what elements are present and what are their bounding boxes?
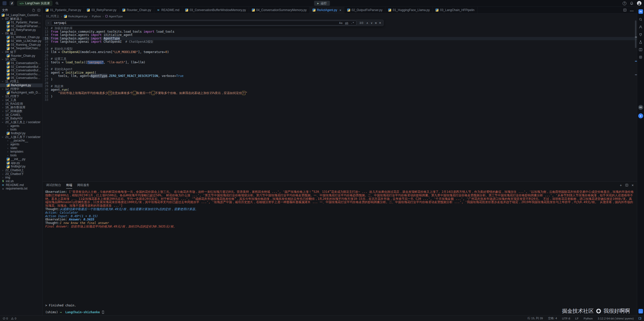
problems-warnings[interactable]: 0 [11, 317, 16, 320]
extensions-plug-icon[interactable] [639, 32, 643, 36]
tree-item[interactable]: app.py [0, 161, 43, 165]
code-line[interactable]: 13from langchain_community.agent_toolkit… [43, 30, 637, 34]
editor-tab[interactable]: 02_OutputFixParser.py [344, 7, 386, 13]
terminal-output[interactable]: Observation: ['营养有业内人士称，斗南的鲜花价格每涨一元，全国的花… [43, 189, 637, 315]
tree-item[interactable]: 20_人脉工具上 / socializer [0, 120, 43, 124]
tree-item[interactable]: 12_代理中 [0, 87, 43, 91]
status-item[interactable]: 3.12.2 64-bit ('shims':pyenv) [598, 317, 634, 320]
tree-item[interactable]: 02_OutputFixParser.py [0, 24, 43, 28]
status-item[interactable]: Python [584, 317, 593, 320]
code-line[interactable]: 20 [43, 54, 637, 58]
tree-item[interactable]: static [0, 146, 43, 150]
breadcrumb-item[interactable]: 11_代理上 [46, 14, 59, 18]
tree-item[interactable]: 21_人脉工具下 / socializer [0, 135, 43, 139]
tree-item[interactable]: README.md [0, 183, 43, 187]
tree-item[interactable]: 02_With_LLMChain.py [0, 39, 43, 43]
code-line[interactable]: 16from langchain_openai import ChatOpenA… [43, 40, 637, 44]
tree-item[interactable]: 08_链上 [0, 32, 43, 35]
test-flask-icon[interactable] [639, 40, 643, 44]
panel-tab-调试控制台[interactable]: 调试控制台 [46, 182, 61, 189]
help-icon[interactable]: ? [623, 2, 626, 5]
support-chat-icon[interactable]: … [638, 309, 643, 313]
user-avatar[interactable] [637, 1, 641, 6]
global-search-icon[interactable] [55, 2, 59, 5]
split-panel-icon[interactable] [625, 184, 628, 187]
tree-item[interactable]: findbigV.py [0, 165, 43, 168]
whole-word-icon[interactable]: ab [345, 21, 348, 25]
tree-item[interactable]: templates [0, 150, 43, 154]
tree-item[interactable]: requirements.txt [0, 187, 43, 191]
code-line[interactable]: 12# 加载所需的库 [43, 27, 637, 30]
tree-item[interactable]: 13_代理下 [0, 95, 43, 98]
editor-tab[interactable]: 01_HuggingFace_Llama.py [385, 7, 433, 13]
tree-item[interactable]: 10_记忆 [0, 58, 43, 61]
run-button[interactable]: 运行 [314, 1, 330, 6]
tree-item[interactable]: 04_ConversationSummaryMe... [0, 72, 43, 76]
tree-item[interactable]: 03_Running_Chain.py [0, 43, 43, 47]
tree-item[interactable]: ReActAgent_with_Debug.py [0, 91, 43, 95]
code-line[interactable]: 33 [43, 98, 637, 102]
collapse-all-icon[interactable] [37, 9, 41, 12]
editor-tab[interactable]: 03_LangChain_HFPipelin [433, 7, 477, 13]
tree-item[interactable]: agents [0, 143, 43, 146]
code-editor[interactable]: Aa ab .* 3/3 12# 加载所需的库13from langchain_… [43, 19, 637, 181]
close-panel-icon[interactable] [632, 183, 634, 187]
tree-item[interactable]: img [0, 176, 43, 179]
tree-item[interactable]: 16_操作数据库 [0, 106, 43, 109]
app-menu-icon[interactable] [3, 1, 7, 5]
tree-item[interactable]: 19_BabyAGI [0, 117, 43, 120]
code-line[interactable]: 26 tools, llm, agent=AgentType.ZERO_SHOT… [43, 74, 637, 78]
breadcrumb-item[interactable]: ReActAgent.py [64, 15, 88, 18]
account-icon[interactable] [639, 25, 643, 29]
status-item[interactable]: LF [575, 317, 579, 320]
project-badge[interactable]: LangChain 实战课 [17, 1, 52, 6]
editor-tab[interactable]: 01_Pydantic_Parser.py [43, 7, 84, 13]
ai-assistant-icon[interactable]: AI [638, 9, 643, 14]
tree-item[interactable]: tools [0, 128, 43, 131]
more-actions-icon[interactable] [630, 8, 634, 12]
code-line[interactable]: 15from langchain.agents import AgentType [43, 37, 637, 40]
ide-logo-icon[interactable]: // [10, 1, 14, 6]
tree-item[interactable]: ReActAgent.py [0, 83, 43, 87]
find-toggle-icon[interactable] [48, 21, 49, 25]
tree-item[interactable]: 23_Chatbot下 [0, 172, 43, 176]
device-icon[interactable] [639, 55, 643, 59]
close-find-icon[interactable] [379, 21, 381, 25]
tree-item[interactable]: init.sh [0, 179, 43, 183]
status-item[interactable]: UTF-8 [562, 317, 570, 320]
tree-item[interactable]: 11_代理上 [0, 80, 43, 83]
editor-tab[interactable]: README.md [154, 7, 182, 13]
tree-item[interactable]: agents [0, 124, 43, 128]
tree-item[interactable]: 14_工具 [0, 98, 43, 102]
tree-item[interactable]: 01_Without_Chain.py [0, 35, 43, 39]
tree-item[interactable]: 03_RetryParser.py [0, 28, 43, 32]
code-line[interactable]: 32) [43, 95, 637, 99]
tree-item[interactable]: 22_Chatbot上 [0, 168, 43, 172]
status-item[interactable]: 空格: 4 [548, 316, 557, 320]
editor-scrollbar[interactable] [635, 20, 636, 48]
tree-item[interactable]: 01_Pydantic_Parser.py [0, 21, 43, 24]
tree-item[interactable]: 07_解析器上 [0, 17, 43, 21]
problems-errors[interactable]: 0 [3, 317, 8, 320]
tree-item[interactable]: __pycache__ [0, 139, 43, 143]
find-input-box[interactable]: Aa ab .* [51, 21, 356, 25]
regex-icon[interactable]: .* [351, 21, 354, 25]
editor-tab[interactable]: Rounter_Chain.py [119, 7, 154, 13]
code-line[interactable]: 29# 跑起来 [43, 85, 637, 88]
tree-item[interactable]: 05_ConversationSummaryBuff... [0, 76, 43, 80]
tree-item[interactable]: Rounter_Chain.py [0, 54, 43, 58]
code-line[interactable]: 28 [43, 81, 637, 85]
editor-tab[interactable]: 03_ConversationBufferWindowMemory.py [182, 7, 249, 13]
tree-item[interactable]: findbigV.py [0, 131, 43, 135]
code-line[interactable]: 22tools = load_tools(["serpapi", "llm-ma… [43, 61, 637, 64]
tree-item[interactable]: 04_SequentialChain.py [0, 47, 43, 50]
tree-item[interactable]: 04_LangChain_CustomizeMod... [0, 13, 43, 17]
notifications-bell-icon[interactable] [630, 2, 633, 5]
ai-search-icon[interactable] [639, 17, 643, 21]
panel-tab-终端[interactable]: 终端 [66, 182, 72, 189]
status-layout-icon[interactable] [638, 317, 641, 320]
new-file-icon[interactable] [32, 9, 35, 12]
tree-item[interactable]: 02_ConversationBufferMemor... [0, 65, 43, 69]
code-line[interactable]: 24# 初始化Agent [43, 68, 637, 71]
code-line[interactable]: 23 [43, 64, 637, 68]
